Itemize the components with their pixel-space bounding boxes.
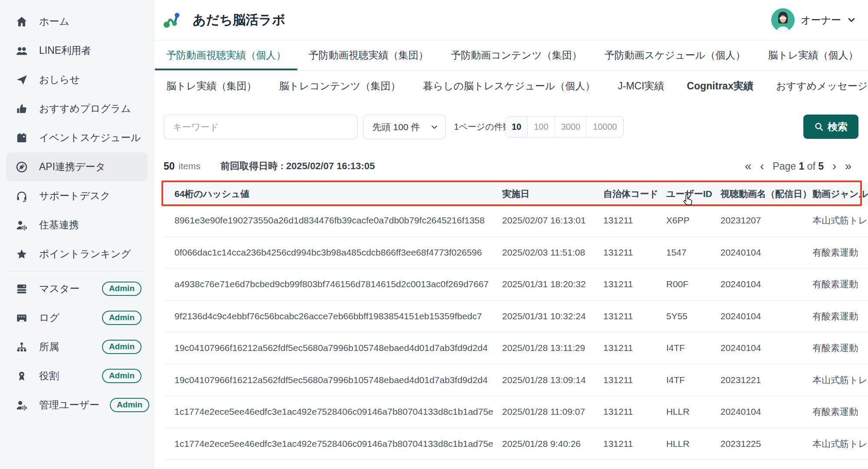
sidebar-item-affiliation[interactable]: 所属 Admin xyxy=(6,332,148,361)
paper-plane-icon xyxy=(15,73,29,87)
admin-badge: Admin xyxy=(102,340,141,354)
tab-prevention-video-group[interactable]: 予防動画視聴実績（集団） xyxy=(297,40,440,70)
sidebar-item-master[interactable]: マスター Admin xyxy=(6,274,148,303)
tab-bar-row1: 予防動画視聴実績（個人） 予防動画視聴実績（集団） 予防動画コンテンツ（集団） … xyxy=(154,40,868,71)
cell-video-name: 20240104 xyxy=(720,343,812,353)
sidebar-item-label: 管理ユーザー xyxy=(39,398,99,412)
page-size-label: 1ページの件数 xyxy=(454,115,512,139)
sidebar-item-label: 所属 xyxy=(39,340,92,354)
sidebar-item-label: ホーム xyxy=(39,15,141,28)
prev-page-button[interactable]: ‹ xyxy=(760,161,764,172)
first-page-button[interactable]: « xyxy=(745,161,751,172)
cell-municipality-code: 131211 xyxy=(603,247,666,258)
sidebar-item-label: おしらせ xyxy=(39,73,141,86)
page-indicator: Page 1 of 5 xyxy=(773,161,824,172)
person-gear-icon xyxy=(15,218,29,232)
tab-recommended-messages[interactable]: おすすめメッセージ xyxy=(765,71,868,101)
page-total: 5 xyxy=(818,161,824,172)
cell-hash: a4938c76e71e6d7bcbed9cb99f803bf746156d78… xyxy=(164,279,502,289)
sidebar-item-home[interactable]: ホーム xyxy=(6,7,148,36)
tab-brain-training-content[interactable]: 脳トレコンテンツ（集団） xyxy=(268,71,412,101)
tab-brain-training-group[interactable]: 脳トレ実績（集団） xyxy=(155,71,268,101)
cell-date: 2025/01/28 9:40:26 xyxy=(502,439,603,449)
plug-icon xyxy=(15,160,29,174)
sidebar-item-resident-link[interactable]: 住基連携 xyxy=(6,210,148,239)
cell-municipality-code: 131211 xyxy=(603,279,666,289)
cell-hash: 19c04107966f16212a562fdf5ec5680a7996b105… xyxy=(164,375,502,385)
table-row: 1c1774e2ece5ee46edfc3e1ac492e7528406c091… xyxy=(164,428,868,460)
page-size-option-3000[interactable]: 3000 xyxy=(555,117,587,137)
sidebar-item-label: マスター xyxy=(39,282,92,295)
medal-icon xyxy=(15,369,29,383)
cell-genre: 有酸素運動 xyxy=(812,310,868,322)
head-count-value: 先頭 100 件 xyxy=(372,121,420,133)
column-header-date[interactable]: 実施日 xyxy=(502,188,603,200)
column-header-hash[interactable]: 64桁のハッシュ値 xyxy=(164,188,502,200)
cell-user-id: R00F xyxy=(666,279,720,289)
cell-genre: 有酸素運動 xyxy=(812,342,868,354)
column-header-municipality-code[interactable]: 自治体コード xyxy=(603,188,666,200)
org-chart-icon xyxy=(15,340,29,354)
sidebar-item-label: ポイントランキング xyxy=(39,247,141,261)
cell-genre: 有酸素運動 xyxy=(812,278,868,290)
sidebar-item-point-ranking[interactable]: ポイントランキング xyxy=(6,239,148,269)
thumbs-up-icon xyxy=(15,102,29,116)
sidebar-item-line-users[interactable]: LINE利用者 xyxy=(6,36,148,65)
star-icon xyxy=(15,247,29,261)
tab-life-brain-training-schedule[interactable]: 暮らしの脳トレスケジュール（個人） xyxy=(412,71,606,101)
sidebar-item-label: LINE利用者 xyxy=(39,44,141,57)
status-row: 50 items 前回取得日時 : 2025/02/07 16:13:05 « … xyxy=(164,156,858,176)
column-header-user-id[interactable]: ユーザーID xyxy=(666,188,720,200)
sidebar-item-label: 役割 xyxy=(39,369,92,383)
keyword-input[interactable] xyxy=(164,115,358,139)
page-size-option-100[interactable]: 100 xyxy=(528,117,555,137)
sidebar-item-role[interactable]: 役割 Admin xyxy=(6,361,148,390)
tab-prevention-video-schedule[interactable]: 予防動画スケジュール（個人） xyxy=(593,40,757,70)
items-word: items xyxy=(179,161,201,171)
cell-video-name: 20240104 xyxy=(720,311,812,321)
next-page-button[interactable]: › xyxy=(832,161,836,172)
tab-bar-row2: 脳トレ実績（集団） 脳トレコンテンツ（集団） 暮らしの脳トレスケジュール（個人）… xyxy=(154,71,868,101)
pagination: « ‹ Page 1 of 5 › » xyxy=(745,161,858,172)
page-current: 1 xyxy=(799,161,804,172)
sidebar-item-label: イベントスケジュール xyxy=(39,131,141,144)
sidebar-divider xyxy=(7,271,147,272)
sidebar-item-label: 住基連携 xyxy=(39,218,141,232)
page-size-option-10000[interactable]: 10000 xyxy=(587,117,623,137)
cell-date: 2025/01/31 18:20:32 xyxy=(502,279,603,289)
app-header: あだち脳活ラボ オーナー xyxy=(154,0,868,40)
sidebar-item-event-schedule[interactable]: イベントスケジュール xyxy=(6,123,148,152)
tab-brain-training-individual[interactable]: 脳トレ実績（個人） xyxy=(756,40,868,70)
cell-municipality-code: 131211 xyxy=(603,407,666,417)
cell-video-name: 20231225 xyxy=(720,439,812,449)
page-size-option-10[interactable]: 10 xyxy=(506,117,528,137)
sidebar-item-api-data[interactable]: API連携データ xyxy=(6,152,148,181)
search-icon xyxy=(814,122,824,131)
sidebar-item-support-desk[interactable]: サポートデスク xyxy=(6,181,148,210)
cell-date: 2025/01/28 11:09:07 xyxy=(502,407,603,417)
tab-prevention-video-individual[interactable]: 予防動画視聴実績（個人） xyxy=(155,40,297,70)
calendar-icon xyxy=(15,131,29,145)
cell-user-id: 1547 xyxy=(666,247,720,258)
sidebar-item-log[interactable]: ログ Admin xyxy=(6,303,148,332)
page-word: Page xyxy=(773,161,796,172)
page-size-segmented: 10 100 3000 10000 xyxy=(505,116,624,138)
sidebar-item-recommended-programs[interactable]: おすすめプログラム xyxy=(6,94,148,123)
last-page-button[interactable]: » xyxy=(845,161,852,172)
search-button[interactable]: 検索 xyxy=(803,115,858,139)
account-menu[interactable]: オーナー xyxy=(771,8,856,32)
head-count-select[interactable]: 先頭 100 件 xyxy=(363,115,446,139)
tab-prevention-video-content[interactable]: 予防動画コンテンツ（集団） xyxy=(440,40,593,70)
tab-cognitrax-results[interactable]: Cognitrax実績 xyxy=(676,71,765,101)
column-header-video-name[interactable]: 視聴動画名（配信日） xyxy=(720,188,812,200)
cell-date: 2025/02/07 16:13:01 xyxy=(502,215,603,226)
table-row: 19c04107966f16212a562fdf5ec5680a7996b105… xyxy=(164,364,868,397)
cell-video-name: 20231207 xyxy=(720,215,812,226)
cell-genre: 本山式筋トレ xyxy=(812,214,868,226)
column-header-genre[interactable]: 動画ジャンル xyxy=(812,188,868,200)
sidebar-item-admin-users[interactable]: 管理ユーザー Admin xyxy=(6,390,148,420)
sidebar-item-news[interactable]: おしらせ xyxy=(6,65,148,94)
table-header-row: 64桁のハッシュ値 実施日 自治体コード ユーザーID 視聴動画名（配信日） 動… xyxy=(164,183,868,205)
tab-jmci-results[interactable]: J-MCI実績 xyxy=(606,71,675,101)
results-table: 64桁のハッシュ値 実施日 自治体コード ユーザーID 視聴動画名（配信日） 動… xyxy=(164,183,868,460)
